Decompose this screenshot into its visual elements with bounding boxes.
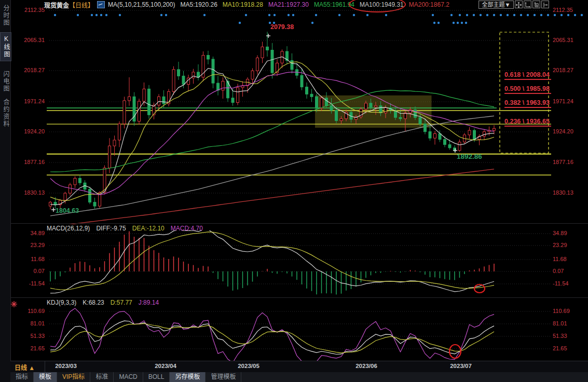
event-dot — [534, 14, 536, 16]
tab-indicators[interactable]: 指标 — [10, 372, 34, 382]
event-dot — [160, 14, 162, 16]
panel-separator — [10, 297, 588, 298]
fib-level-0500: 0.500 \ 1985.98 — [504, 85, 551, 94]
fib-level-0236: 0.236 \ 1936.65 — [504, 118, 551, 127]
peak-price-annotation: 2079.38 — [270, 23, 294, 31]
low-price-annotation: 1804.63 — [56, 207, 79, 214]
event-dot — [311, 22, 313, 24]
event-dot — [473, 14, 475, 16]
event-dot — [437, 22, 440, 24]
date-axis-label: 2023/03 — [48, 363, 84, 369]
tab-save-template[interactable]: 另存模板 — [170, 372, 206, 382]
event-dot — [119, 14, 121, 16]
trading-app-window: 分时图 K线图 闪电图 合约资料 现货黄金 【日线】 MA(5,10,21,55… — [0, 0, 588, 382]
event-dot — [288, 14, 290, 16]
event-dot — [513, 14, 515, 16]
macd-panel[interactable] — [50, 229, 495, 294]
chart-canvas[interactable] — [0, 0, 588, 382]
kdj-name: KDJ(9,3,3) — [47, 299, 76, 306]
event-dot — [480, 14, 482, 16]
diff-line — [50, 229, 494, 293]
event-dot — [77, 14, 79, 16]
event-dot — [105, 14, 107, 16]
cross-marker — [266, 34, 270, 38]
event-dot — [315, 14, 317, 16]
ma200-line — [50, 169, 494, 227]
event-dot — [95, 14, 98, 16]
grid-lines — [49, 10, 550, 349]
event-dot — [245, 14, 247, 16]
swing-low-annotation: 1892.86 — [457, 153, 482, 160]
event-dot — [520, 14, 522, 16]
event-dot — [100, 14, 102, 16]
event-dot — [433, 22, 435, 24]
event-dot — [547, 14, 549, 16]
kdj-d: D:57.77 — [111, 299, 132, 306]
event-dot — [385, 14, 387, 16]
date-axis-label: 2023/04 — [147, 363, 184, 369]
event-dot — [574, 14, 576, 16]
event-dot — [466, 14, 468, 16]
event-dot — [567, 14, 569, 16]
event-dot — [353, 14, 355, 16]
event-dot — [239, 22, 241, 24]
event-dot — [461, 22, 463, 24]
event-dot — [459, 14, 461, 16]
kdj-panel[interactable] — [50, 308, 494, 363]
panel-separator — [10, 223, 588, 224]
date-axis-label: 2023/05 — [230, 363, 267, 369]
main-price-panel[interactable] — [47, 32, 551, 227]
bottom-tab-bar: 指标 模板 VIP指标 标准 MACD BOLL 另存模板 管理模板 — [10, 372, 588, 382]
event-dot — [268, 14, 270, 16]
tab-templates[interactable]: 模板 — [34, 372, 57, 382]
kdj-k: K:68.23 — [83, 299, 104, 306]
date-axis-label: 2023/06 — [348, 363, 385, 369]
event-dot — [486, 14, 488, 16]
event-dot — [554, 14, 556, 16]
event-dot-row[interactable] — [54, 14, 583, 24]
tab-boll[interactable]: BOLL — [143, 372, 170, 382]
fib-level-0382: 0.382 \ 1963.93 — [504, 99, 551, 108]
tab-vip-indicators[interactable]: VIP指标 — [57, 372, 90, 382]
event-dot — [581, 14, 583, 16]
event-dot — [540, 14, 542, 16]
macd-diff: DIFF:-9.75 — [96, 225, 126, 232]
divider — [45, 361, 45, 372]
macd-header: MACD(26,12,9) DIFF:-9.75 DEA:-12.10 MACD… — [47, 225, 203, 232]
dea-line — [50, 232, 494, 290]
event-dot — [292, 14, 294, 16]
event-dot — [54, 14, 56, 16]
kdj-j: J:89.14 — [139, 299, 159, 306]
tab-manage-template[interactable]: 管理模板 — [206, 372, 241, 382]
event-dot — [274, 14, 276, 16]
event-dot — [338, 14, 340, 16]
tab-standard[interactable]: 标准 — [90, 372, 114, 382]
ma5-line — [50, 57, 494, 205]
event-dot — [165, 14, 167, 16]
fib-level-0618: 0.618 \ 2008.04 — [504, 71, 551, 80]
event-dot — [465, 22, 467, 24]
x-axis-row: 日线 ▲ 2023/032023/042023/052023/062023/07 — [10, 361, 588, 373]
event-dot — [91, 14, 93, 16]
period-selector[interactable]: 日线 ▲ — [15, 363, 35, 372]
indicator-settings-icon[interactable] — [11, 300, 17, 309]
event-dot — [453, 22, 455, 24]
event-dot — [560, 14, 563, 16]
kdj-header: KDJ(9,3,3) K:68.23 D:57.77 J:89.14 — [47, 299, 159, 306]
highlight-circle — [474, 284, 485, 293]
macd-bar: MACD:4.70 — [171, 225, 203, 232]
event-dot — [457, 22, 459, 24]
d-line — [50, 324, 494, 353]
event-dot — [366, 14, 368, 16]
event-dot — [432, 14, 434, 16]
ma100-line — [50, 116, 494, 215]
event-dot — [450, 14, 453, 16]
cross-marker — [51, 208, 56, 212]
event-dot — [507, 14, 509, 16]
date-axis-label: 2023/07 — [443, 363, 479, 369]
event-dot — [500, 14, 502, 16]
tab-macd[interactable]: MACD — [114, 372, 143, 382]
ma10-line — [50, 62, 494, 201]
event-dot — [527, 14, 529, 16]
j-line — [50, 308, 494, 363]
